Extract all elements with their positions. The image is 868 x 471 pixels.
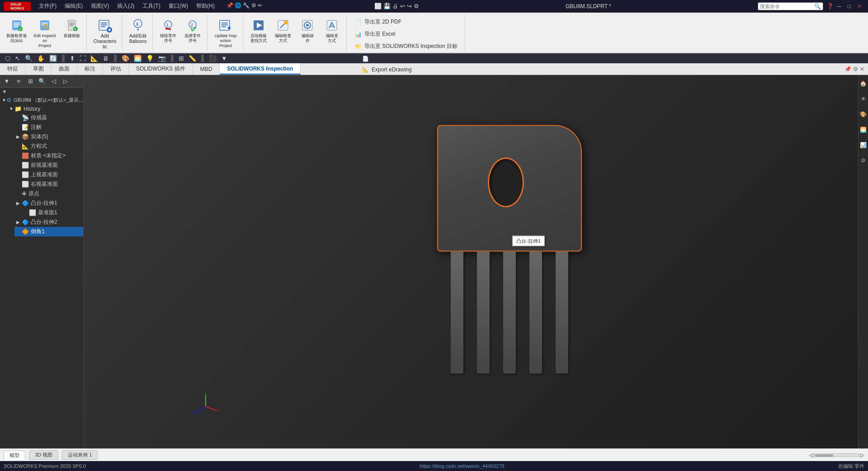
history-icon: 📁	[14, 105, 22, 112]
tree-base-plane1[interactable]: ⬜ 基准面1	[22, 208, 83, 217]
add-edit-balloons-button[interactable]: 1 Add/EditBalloons	[127, 16, 149, 46]
light-icon[interactable]: 💡	[145, 55, 155, 62]
sidebar-filter-icon[interactable]: ▼	[2, 76, 12, 86]
new-check-button[interactable]: + 新建检查项目(&N)	[5, 16, 28, 45]
tree-solids[interactable]: ▶ 📦 实体(5)	[14, 132, 83, 141]
tab-evaluate[interactable]: 评估	[103, 63, 129, 75]
menu-view[interactable]: 视图(V)	[87, 1, 113, 11]
menu-tools[interactable]: 工具(T)	[139, 1, 164, 11]
tree-top-plane[interactable]: ⬜ 上视基准面	[14, 170, 83, 179]
close-button[interactable]: ✕	[854, 3, 864, 9]
camera-icon[interactable]: 📷	[157, 55, 167, 62]
maximize-button[interactable]: □	[845, 3, 854, 9]
zoom-icon[interactable]: 🔍	[24, 55, 34, 62]
rotate-icon[interactable]: 🔄	[48, 55, 58, 62]
tab-motion-example[interactable]: 运动算例 1	[62, 450, 98, 460]
tree-boss-extrude1[interactable]: ▶ 🔷 凸台-拉伸1	[14, 198, 83, 208]
export-solidworks-button[interactable]: 📁 导出至 SOLIDWORKS Inspection 目标	[351, 41, 461, 52]
settings-tab-icon[interactable]: ⚙	[853, 66, 858, 72]
right-view-icon[interactable]: 👁	[859, 92, 868, 106]
tab-surface[interactable]: 曲面	[52, 63, 77, 75]
tree-front-plane[interactable]: ⬜ 前视基准面	[14, 160, 83, 170]
tab-markup[interactable]: 标注	[77, 63, 103, 75]
edit-inspection-button[interactable]: Edit InspectionProject	[31, 16, 58, 50]
sidebar-nav-left-icon[interactable]: ◁	[49, 76, 59, 86]
tree-boss-extrude2[interactable]: ▶ 🔷 凸台-拉伸2	[14, 217, 83, 227]
sidebar-resize-handle[interactable]	[80, 75, 83, 448]
tab-solidworks-inspection[interactable]: SOLIDWORKS Inspection	[220, 63, 301, 75]
help-icon[interactable]: ❓	[827, 3, 834, 9]
right-settings-icon[interactable]: ⚙	[859, 154, 868, 167]
tree-material[interactable]: 🧱 材质 <未指定>	[14, 151, 83, 160]
3d-viewport[interactable]: 凸台-拉伸1 X Y Z	[84, 75, 858, 448]
menu-insert[interactable]: 插入(J)	[113, 1, 138, 11]
cube-icon[interactable]: ⬛	[208, 55, 218, 62]
tree-root[interactable]: ▼ ⚙ GBU8M （默认<<默认>_显示...	[0, 96, 83, 104]
top-plane-icon: ⬜	[22, 171, 29, 178]
export-2dpdf-button[interactable]: 📄 导出至 2D PDF	[351, 16, 461, 28]
tree-chamfer1[interactable]: 🔶 倒角1	[14, 227, 83, 236]
tree-history[interactable]: ▼ 📁 History	[7, 104, 83, 113]
pin-3	[503, 252, 516, 374]
edit-balloon-button[interactable]: 编辑检查方式	[272, 16, 294, 45]
remove-seq-button[interactable]: 1 移除零件序号	[157, 16, 179, 45]
sidebar-nav-right-icon[interactable]: ▷	[61, 76, 71, 86]
right-home-icon[interactable]: 🏠	[859, 77, 868, 90]
export-excel-button[interactable]: 📊 导出至 Excel	[351, 28, 461, 40]
scene-icon[interactable]: 🌅	[132, 55, 143, 62]
menu-edit[interactable]: 编辑(E)	[61, 1, 86, 11]
add-characteristic-button[interactable]: AddCharacteristic	[91, 16, 118, 52]
sidebar-list-icon[interactable]: ≡	[14, 76, 24, 86]
choose-seq-button[interactable]: 2 选择零件序号	[182, 16, 203, 45]
search-input[interactable]	[760, 4, 814, 9]
right-appear-icon[interactable]: 🎨	[859, 108, 868, 121]
edit-inspection-icon	[38, 18, 52, 33]
sidebar-grid-icon[interactable]: ⊞	[25, 76, 35, 86]
grid-icon[interactable]: ⊞	[177, 55, 185, 62]
tree-equations[interactable]: 📐 方程式	[14, 141, 83, 151]
scroll-left-icon[interactable]: ◁	[809, 452, 813, 458]
edit-appear-icon[interactable]: 🎨	[120, 55, 131, 62]
edit-var-button[interactable]: 编辑变方式	[321, 16, 343, 45]
update-inspection-button[interactable]: Update InspectionProject	[212, 16, 239, 50]
tab-solidworks-plugins[interactable]: SOLIDWORKS 插件	[129, 63, 193, 75]
search-icon[interactable]: 🔍	[814, 3, 821, 9]
view-orient-icon[interactable]: 📐	[89, 55, 99, 62]
pan-icon[interactable]: ✋	[36, 55, 46, 62]
export-3dpdf-button[interactable]: 📄 Export to 3D PDF	[359, 54, 461, 64]
tab-sketch[interactable]: 草图	[26, 63, 52, 75]
display-icon[interactable]: 🖥	[101, 55, 110, 62]
tree-origin[interactable]: ✚ 原点	[14, 189, 83, 198]
edit-action-button[interactable]: 编辑操作	[297, 16, 318, 45]
tree-sensors[interactable]: 📡 传感器	[14, 113, 83, 122]
start-mode-button[interactable]: 启动模板查找方式	[248, 16, 269, 45]
menu-help[interactable]: 帮助(H)	[193, 1, 218, 11]
menu-more-icon[interactable]: ▼	[220, 55, 229, 62]
pin-tab-icon[interactable]: 📌	[844, 66, 851, 72]
scroll-track[interactable]	[814, 453, 859, 457]
measure-icon[interactable]: 📏	[187, 55, 198, 62]
new-template-button[interactable]: + 新建模板	[61, 16, 83, 40]
select-icon[interactable]: ↖	[14, 55, 22, 62]
feature-icon[interactable]: ⬡	[4, 55, 12, 62]
tab-model[interactable]: 模型	[4, 451, 25, 460]
tab-features[interactable]: 特征	[0, 63, 26, 75]
tab-3d-view[interactable]: 3D 视图	[29, 450, 58, 460]
close-panel-icon[interactable]: ✕	[860, 66, 864, 72]
zoom-fit-icon[interactable]: ⛶	[78, 55, 87, 62]
svg-rect-17	[101, 23, 107, 24]
right-eval-icon[interactable]: 📊	[859, 138, 868, 152]
sidebar-search-icon[interactable]: 🔍	[37, 76, 47, 86]
tab-mbd[interactable]: MBD	[193, 63, 220, 75]
menu-window[interactable]: 窗口(W)	[165, 1, 192, 11]
pointer-icon[interactable]: ⬆	[68, 55, 76, 62]
scroll-right-icon[interactable]: ▷	[860, 452, 864, 458]
menu-file[interactable]: 文件(F)	[35, 1, 60, 11]
minimize-button[interactable]: ─	[835, 3, 844, 9]
scroll-thumb[interactable]	[815, 454, 833, 457]
svg-rect-2	[14, 24, 20, 25]
tree-notes[interactable]: 📝 注解	[14, 122, 83, 132]
right-scene-icon[interactable]: 🌅	[859, 123, 868, 137]
tree-right-plane[interactable]: ⬜ 右视基准面	[14, 179, 83, 189]
menu-icons[interactable]: 📌 🌐 🔧 ⚙ ✏	[223, 1, 266, 11]
